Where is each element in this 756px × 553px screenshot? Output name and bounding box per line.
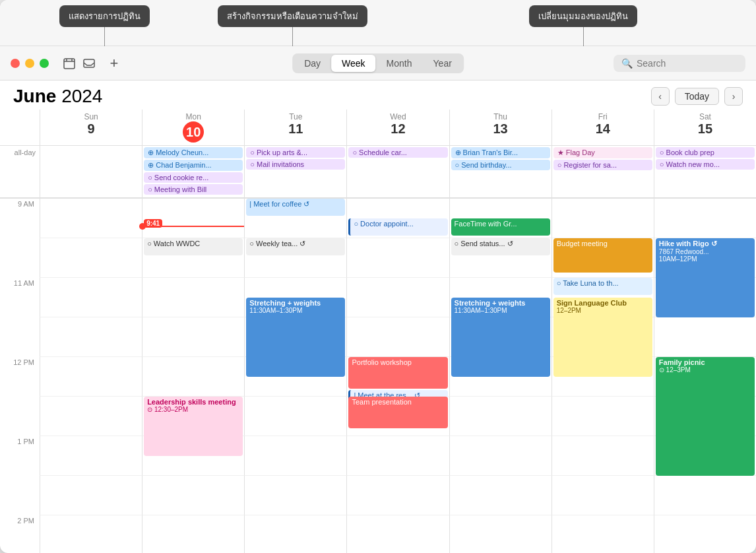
list-item[interactable]: Hike with Rigo ↺ 7867 Redwood... 10AM–12… [656, 238, 755, 317]
day-col-fri-1[interactable] [551, 436, 654, 476]
day-col-sun-12[interactable] [40, 357, 142, 397]
list-item[interactable]: ○ Pick up arts &... [246, 147, 345, 158]
day-col-tue-1[interactable] [244, 436, 346, 476]
list-item[interactable]: ⊕ Brian Tran's Bir... [451, 147, 550, 158]
list-item[interactable]: ⊕ Chad Benjamin... [144, 160, 243, 171]
next-button[interactable]: › [724, 87, 743, 106]
day-col-sun-1[interactable] [40, 436, 142, 476]
minimize-button[interactable] [25, 59, 34, 68]
day-col-mon-930[interactable]: ○ Watch WWDC [142, 238, 244, 278]
day-col-wed-130[interactable] [346, 476, 449, 515]
tab-day[interactable]: Day [294, 55, 331, 72]
add-event-button[interactable]: + [107, 56, 121, 71]
day-col-mon-9[interactable]: 9:41 [142, 199, 244, 238]
day-col-fri-930[interactable]: Budget meeting [551, 238, 654, 278]
day-col-tue-2[interactable] [244, 515, 346, 553]
time-label-9am: 9 AM [0, 199, 40, 238]
day-col-sat-1130[interactable] [654, 317, 756, 357]
day-col-wed-1230[interactable]: Team presentation [346, 397, 449, 436]
day-col-thu-9[interactable]: FaceTime with Gr... [449, 199, 551, 238]
prev-button[interactable]: ‹ [651, 87, 670, 106]
day-col-sun-930[interactable] [40, 238, 142, 278]
list-item[interactable]: Portfolio workshop [348, 357, 447, 389]
day-col-mon-1130[interactable] [142, 317, 244, 357]
day-col-wed-930[interactable] [346, 238, 449, 278]
day-col-sun-130[interactable] [40, 476, 142, 515]
day-col-thu-930[interactable]: ○ Send status... ↺ [449, 238, 551, 278]
list-item[interactable]: Team presentation [348, 397, 447, 428]
day-col-thu-130[interactable] [449, 476, 551, 515]
list-item[interactable]: ○ Watch new mo... [656, 159, 755, 170]
list-item[interactable]: FaceTime with Gr... [451, 218, 550, 236]
list-item[interactable]: ○ Register for sa... [553, 160, 652, 170]
tab-week[interactable]: Week [331, 55, 376, 72]
list-item[interactable]: Stretching + weights 11:30AM–1:30PM [451, 298, 550, 377]
maximize-button[interactable] [40, 59, 49, 68]
list-item[interactable]: ★ Flag Day [553, 147, 652, 158]
list-item[interactable]: ○ Take Luna to th... [553, 278, 652, 295]
list-item[interactable]: ○ Send cookie re... [144, 172, 243, 183]
day-col-mon-1230[interactable]: Leadership skills meeting ⊙ 12:30–2PM [142, 397, 244, 436]
search-box[interactable]: 🔍 [614, 55, 745, 72]
day-col-sun-1130[interactable] [40, 317, 142, 357]
list-item[interactable]: ○ Mail invitations [246, 159, 345, 170]
day-col-mon-2[interactable] [142, 515, 244, 553]
list-item[interactable]: ○ Send birthday... [451, 160, 550, 170]
day-col-tue-130[interactable] [244, 476, 346, 515]
day-col-thu-11[interactable]: Stretching + weights 11:30AM–1:30PM [449, 278, 551, 317]
search-input[interactable] [637, 58, 738, 69]
today-button[interactable]: Today [675, 88, 719, 105]
list-item[interactable]: Stretching + weights 11:30AM–1:30PM [246, 298, 345, 377]
day-col-sun-1230[interactable] [40, 397, 142, 436]
day-col-sat-2[interactable] [654, 515, 756, 553]
list-item[interactable]: ○ Send status... ↺ [451, 238, 550, 255]
list-item[interactable]: Sign Language Club 12–2PM [553, 298, 652, 377]
day-col-sat-930[interactable]: Hike with Rigo ↺ 7867 Redwood... 10AM–12… [654, 238, 756, 278]
day-col-fri-2[interactable] [551, 515, 654, 553]
list-item[interactable]: | Meet for coffee ↺ [246, 199, 345, 216]
inbox-icon[interactable] [82, 56, 96, 71]
list-item[interactable]: ○ Weekly tea... ↺ [246, 238, 345, 255]
day-col-sun-9[interactable] [40, 199, 142, 238]
day-col-mon-11[interactable] [142, 278, 244, 317]
day-col-tue-1230[interactable] [244, 397, 346, 436]
calendar-list-icon[interactable] [62, 56, 77, 71]
list-item[interactable]: Family picnic ⊙ 12–3PM [656, 357, 755, 476]
day-col-wed-1[interactable] [346, 436, 449, 476]
day-col-thu-1230[interactable] [449, 397, 551, 436]
list-item[interactable]: ⊕ Melody Cheun... [144, 147, 243, 158]
day-col-mon-12[interactable] [142, 357, 244, 397]
day-col-fri-130[interactable] [551, 476, 654, 515]
list-item[interactable]: Leadership skills meeting ⊙ 12:30–2PM [144, 397, 243, 456]
list-item[interactable]: Budget meeting [553, 238, 652, 273]
day-col-mon-130[interactable] [142, 476, 244, 515]
toolbar-icons [62, 56, 96, 71]
day-col-wed-12[interactable]: Portfolio workshop | Meet at the res... … [346, 357, 449, 397]
day-col-sat-12[interactable]: Family picnic ⊙ 12–3PM [654, 357, 756, 397]
day-col-tue-11[interactable]: Stretching + weights 11:30AM–1:30PM [244, 278, 346, 317]
list-item[interactable]: ○ Book club prep [656, 147, 755, 158]
day-col-sat-9[interactable] [654, 199, 756, 238]
day-col-sun-2[interactable] [40, 515, 142, 553]
list-item[interactable]: ○ Doctor appoint... [348, 218, 447, 236]
day-col-sat-130[interactable] [654, 476, 756, 515]
day-col-wed-2[interactable] [346, 515, 449, 553]
tab-month[interactable]: Month [376, 55, 423, 72]
list-item[interactable]: ○ Schedule car... [348, 147, 447, 158]
day-col-fri-9[interactable] [551, 199, 654, 238]
tab-year[interactable]: Year [423, 55, 462, 72]
day-col-wed-1130[interactable] [346, 317, 449, 357]
day-col-tue-930[interactable]: ○ Weekly tea... ↺ [244, 238, 346, 278]
list-item[interactable]: ○ Meeting with Bill [144, 184, 243, 195]
list-item[interactable]: ○ Watch WWDC [144, 238, 243, 255]
day-col-wed-9[interactable]: ○ Doctor appoint... [346, 199, 449, 238]
allday-col-mon: ⊕ Melody Cheun... ⊕ Chad Benjamin... ○ S… [142, 146, 244, 197]
day-col-thu-1[interactable] [449, 436, 551, 476]
day-col-fri-11[interactable]: ○ Take Luna to th... Sign Language Club … [551, 278, 654, 317]
day-col-fri-1230[interactable] [551, 397, 654, 436]
day-col-thu-2[interactable] [449, 515, 551, 553]
day-col-tue-9[interactable]: | Meet for coffee ↺ [244, 199, 346, 238]
day-col-wed-11[interactable] [346, 278, 449, 317]
close-button[interactable] [11, 59, 20, 68]
day-col-sun-11[interactable] [40, 278, 142, 317]
